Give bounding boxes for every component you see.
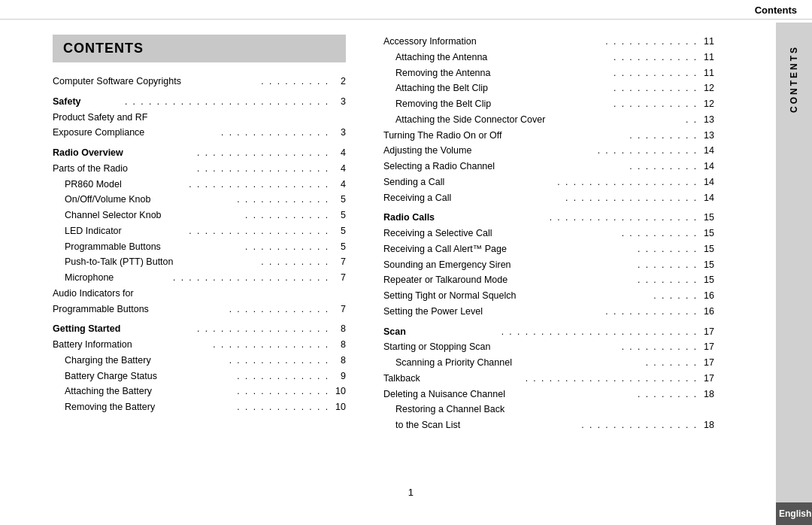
- toc-label: Exposure Compliance: [53, 126, 220, 140]
- toc-dots: . . . . . . . . . . . .: [237, 369, 329, 383]
- toc-dots: . . . . . . . . .: [261, 74, 329, 88]
- toc-label: Receiving a Selective Call: [383, 226, 620, 241]
- toc-dots: . . . . . . . . . . .: [614, 66, 698, 80]
- toc-page: 18: [699, 418, 714, 432]
- toc-dots: . . . . . . . . . . . . . . . . .: [197, 322, 329, 335]
- toc-label: Receiving a Call: [383, 191, 564, 205]
- toc-dots: . . . . . . . .: [638, 387, 698, 401]
- toc-dots: . . . . . . . . .: [629, 159, 698, 173]
- toc-label: On/Off/Volume Knob: [65, 193, 235, 207]
- toc-page: 18: [699, 387, 714, 402]
- toc-page: 4: [331, 178, 346, 192]
- toc-entry: Turning The Radio On or Off . . . . . . …: [383, 129, 714, 143]
- toc-label: Push-to-Talk (PTT) Button: [65, 255, 259, 269]
- toc-entry: Starting or Stopping Scan . . . . . . . …: [383, 340, 714, 354]
- toc-entry: Sending a Call . . . . . . . . . . . . .…: [383, 175, 714, 190]
- toc-entry: Radio Calls . . . . . . . . . . . . . . …: [383, 211, 714, 225]
- toc-page: 4: [331, 146, 346, 160]
- toc-page: 8: [331, 354, 346, 368]
- toc-entry: Battery Information . . . . . . . . . . …: [53, 338, 346, 352]
- toc-label: Turning The Radio On or Off: [383, 129, 628, 143]
- toc-page: 10: [331, 384, 346, 399]
- toc-page: 16: [699, 289, 714, 303]
- toc-dots: . . . . . . . . . . . . .: [598, 144, 698, 157]
- toc-label: Safety: [53, 95, 123, 109]
- toc-page: 11: [699, 50, 714, 65]
- toc-dots: . . . . . . . . . . . . . . .: [581, 418, 698, 432]
- toc-label: Radio Overview: [53, 146, 195, 160]
- toc-page: 13: [699, 113, 714, 127]
- side-tab-language: English: [776, 502, 812, 525]
- toc-entry: Channel Selector Knob . . . . . . . . . …: [53, 208, 346, 223]
- toc-entry: Push-to-Talk (PTT) Button . . . . . . . …: [53, 255, 346, 269]
- toc-label: Parts of the Radio: [53, 162, 195, 176]
- toc-label: Attaching the Side Connector Cover: [395, 113, 684, 127]
- toc-entry: Receiving a Call Alert™ Page . . . . . .…: [383, 242, 714, 256]
- toc-dots: . . . . . . . . . . . . . . . . . . .: [550, 211, 698, 224]
- toc-entry: Battery Charge Status . . . . . . . . . …: [53, 369, 346, 384]
- toc-label: Setting Tight or Normal Squelch: [383, 289, 652, 303]
- side-tab-text: CONTENTS: [789, 45, 799, 113]
- toc-entry: Scan . . . . . . . . . . . . . . . . . .…: [383, 325, 714, 339]
- toc-label: Audio Indicators for: [53, 287, 346, 301]
- toc-dots: . . . . . . . . . . . . . . . . . . . . …: [125, 95, 329, 108]
- toc-dots: . . . . . . . . . . . . . . . . . . . .: [173, 271, 329, 284]
- toc-page: 14: [699, 175, 714, 190]
- toc-dots: . . . . . . . . . . . . .: [229, 354, 329, 367]
- toc-dots: . . . . . . . .: [638, 258, 698, 272]
- toc-page: 7: [331, 271, 346, 285]
- toc-dots: . . . . . . . . . . . .: [237, 384, 329, 398]
- toc-dots: . . . . . . . . . . . . . . . . . . . . …: [501, 325, 698, 338]
- toc-label: Microphone: [65, 271, 171, 285]
- toc-dots: . . . . . . . . . . . . . .: [221, 126, 329, 139]
- toc-dots: . . . . . . . . . . . . . . . . .: [197, 162, 329, 175]
- toc-dots: . . . . . . . .: [638, 242, 698, 256]
- toc-page: 10: [331, 400, 346, 414]
- toc-page: 5: [331, 224, 346, 238]
- toc-dots: . . . . . . . . . . .: [614, 97, 698, 111]
- toc-entry: to the Scan List . . . . . . . . . . . .…: [383, 418, 714, 432]
- toc-page: 5: [331, 208, 346, 223]
- toc-label: Scanning a Priority Channel: [395, 356, 644, 370]
- toc-label: Scan: [383, 325, 500, 339]
- toc-label: LED Indicator: [65, 224, 187, 238]
- toc-label: Receiving a Call Alert™ Page: [383, 242, 636, 256]
- toc-page: 11: [699, 35, 714, 49]
- toc-label: Computer Software Copyrights: [53, 74, 259, 89]
- toc-label: Deleting a Nuisance Channel: [383, 387, 636, 402]
- toc-page: 7: [331, 302, 346, 317]
- toc-entry: Attaching the Side Connector Cover . .13: [383, 113, 714, 127]
- toc-label: Getting Started: [53, 322, 195, 336]
- toc-page: 17: [699, 372, 714, 386]
- toc-label: Product Safety and RF: [53, 111, 346, 125]
- toc-entry: Audio Indicators for: [53, 287, 346, 301]
- toc-entry: Parts of the Radio . . . . . . . . . . .…: [53, 162, 346, 176]
- toc-dots: . . . . . . . . . . .: [614, 50, 698, 64]
- toc-label: Starting or Stopping Scan: [383, 340, 620, 354]
- toc-label: Attaching the Belt Clip: [395, 81, 612, 96]
- page-header: Contents: [0, 0, 812, 20]
- toc-dots: . . . . . . . . . .: [622, 226, 698, 240]
- toc-label: Selecting a Radio Channel: [383, 159, 628, 174]
- toc-entry: On/Off/Volume Knob . . . . . . . . . . .…: [53, 193, 346, 207]
- toc-label: Attaching the Antenna: [395, 50, 612, 65]
- toc-entry: Attaching the Battery . . . . . . . . . …: [53, 384, 346, 399]
- toc-entry: PR860 Model . . . . . . . . . . . . . . …: [53, 178, 346, 192]
- toc-entry: LED Indicator . . . . . . . . . . . . . …: [53, 224, 346, 238]
- toc-dots: . . . . . . . . . . . . . . . . . .: [557, 175, 698, 189]
- left-column: CONTENTS Computer Software Copyrights . …: [0, 20, 368, 522]
- toc-label: Repeater or Talkaround Mode: [383, 273, 636, 287]
- toc-dots: . . . . . . . . . . . . . . . . . . . . …: [526, 372, 698, 385]
- toc-page: 17: [699, 340, 714, 354]
- toc-dots: . . . . . . . . . .: [622, 340, 698, 354]
- toc-label: Accessory Information: [383, 35, 604, 49]
- toc-entry: Scanning a Priority Channel . . . . . . …: [383, 356, 714, 370]
- toc-dots: . . . . . . . . . . . .: [237, 400, 329, 414]
- toc-page: 13: [699, 129, 714, 143]
- toc-label: Restoring a Channel Back: [395, 402, 714, 417]
- toc-page: 7: [331, 255, 346, 269]
- toc-entry: Product Safety and RF: [53, 111, 346, 125]
- toc-entry: Attaching the Antenna . . . . . . . . . …: [383, 50, 714, 65]
- toc-dots: . . . . . . . . . . .: [614, 81, 698, 95]
- toc-entry: Repeater or Talkaround Mode . . . . . . …: [383, 273, 714, 287]
